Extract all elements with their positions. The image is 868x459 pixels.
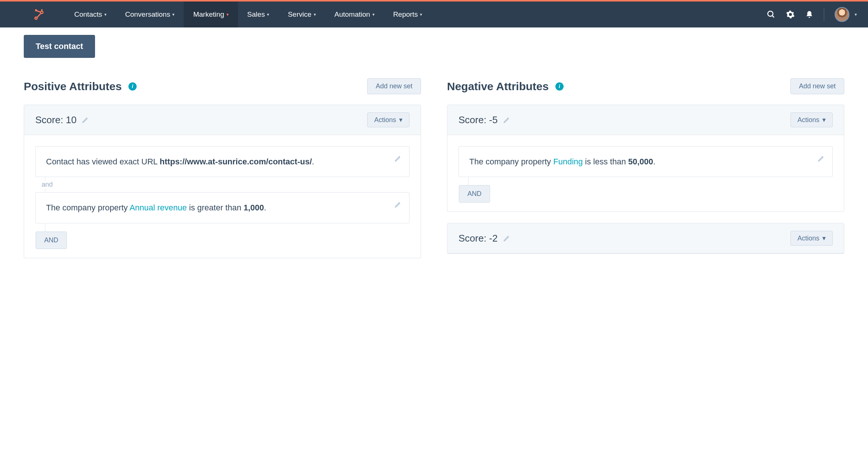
nav-reports[interactable]: Reports ▾ xyxy=(384,1,432,27)
nav-label: Sales xyxy=(247,10,265,19)
svg-point-6 xyxy=(41,12,43,13)
nav-label: Automation xyxy=(335,10,370,19)
nav-label: Contacts xyxy=(74,10,102,19)
caret-down-icon: ▾ xyxy=(822,234,826,242)
rule-box[interactable]: The company property Annual revenue is g… xyxy=(35,192,409,223)
add-new-set-button[interactable]: Add new set xyxy=(790,78,844,94)
chevron-down-icon: ▾ xyxy=(420,12,422,17)
nav-conversations[interactable]: Conversations ▾ xyxy=(116,1,184,27)
card-body: The company property Funding is less tha… xyxy=(447,135,844,212)
nav-contacts[interactable]: Contacts ▾ xyxy=(65,1,116,27)
svg-line-4 xyxy=(37,13,41,17)
pencil-icon[interactable] xyxy=(394,201,402,208)
actions-button[interactable]: Actions ▾ xyxy=(790,112,833,127)
and-wrap: AND xyxy=(45,223,409,249)
score-label: Score: -5 xyxy=(459,114,498,126)
score-card: Score: 10 Actions ▾ Contact has viewed e… xyxy=(24,105,421,258)
pencil-icon[interactable] xyxy=(503,235,510,242)
nav-marketing[interactable]: Marketing ▾ xyxy=(184,1,238,27)
section-header: Negative Attributes i Add new set xyxy=(447,78,844,94)
nav-automation[interactable]: Automation ▾ xyxy=(325,1,384,27)
account-menu[interactable]: ▾ xyxy=(835,7,857,22)
chevron-down-icon: ▾ xyxy=(372,12,375,17)
navbar: Contacts ▾ Conversations ▾ Marketing ▾ S… xyxy=(0,1,868,27)
score-card: Score: -5 Actions ▾ The company property… xyxy=(447,105,844,212)
card-header: Score: 10 Actions ▾ xyxy=(24,105,421,135)
nav-label: Reports xyxy=(393,10,418,19)
actions-button[interactable]: Actions ▾ xyxy=(367,112,409,127)
pencil-icon[interactable] xyxy=(394,155,402,162)
info-icon[interactable]: i xyxy=(555,82,564,91)
positive-column: Positive Attributes i Add new set Score:… xyxy=(24,78,421,269)
section-header: Positive Attributes i Add new set xyxy=(24,78,421,94)
rule-box[interactable]: Contact has viewed exact URL https://www… xyxy=(35,146,409,177)
add-new-set-button[interactable]: Add new set xyxy=(367,78,421,94)
and-button[interactable]: AND xyxy=(36,232,67,249)
svg-line-3 xyxy=(37,11,40,12)
test-contact-button[interactable]: Test contact xyxy=(24,35,95,58)
nav-label: Conversations xyxy=(125,10,170,19)
columns: Positive Attributes i Add new set Score:… xyxy=(24,78,844,269)
section-title: Positive Attributes xyxy=(24,80,122,93)
card-header: Score: -5 Actions ▾ xyxy=(447,105,844,135)
svg-point-7 xyxy=(768,11,773,16)
score-label: Score: -2 xyxy=(459,233,498,244)
rule-text: Contact has viewed exact URL https://www… xyxy=(46,157,314,166)
svg-line-8 xyxy=(772,16,774,17)
rule-text: The company property Annual revenue is g… xyxy=(46,203,266,212)
actions-button[interactable]: Actions ▾ xyxy=(790,231,833,246)
connector-label: and xyxy=(39,181,55,188)
actions-label: Actions xyxy=(797,116,819,124)
score-label: Score: 10 xyxy=(35,114,76,126)
search-icon[interactable] xyxy=(767,10,776,19)
hubspot-logo-icon[interactable] xyxy=(33,8,46,21)
nav-label: Service xyxy=(288,10,311,19)
and-wrap: AND xyxy=(468,177,833,203)
connector: and xyxy=(45,177,409,192)
chevron-down-icon: ▾ xyxy=(267,12,269,17)
chevron-down-icon: ▾ xyxy=(104,12,107,17)
nav-service[interactable]: Service ▾ xyxy=(278,1,325,27)
card-header: Score: -2 Actions ▾ xyxy=(447,223,844,253)
pencil-icon[interactable] xyxy=(82,116,89,124)
actions-label: Actions xyxy=(797,235,819,242)
card-body: Contact has viewed exact URL https://www… xyxy=(24,135,421,258)
svg-point-9 xyxy=(789,13,792,16)
caret-down-icon: ▾ xyxy=(399,116,402,124)
nav-items: Contacts ▾ Conversations ▾ Marketing ▾ S… xyxy=(65,1,431,27)
chevron-down-icon: ▾ xyxy=(172,12,174,17)
nav-label: Marketing xyxy=(193,10,224,19)
nav-right: ▾ xyxy=(767,7,857,22)
chevron-down-icon: ▾ xyxy=(855,12,857,17)
nav-sales[interactable]: Sales ▾ xyxy=(238,1,279,27)
chevron-down-icon: ▾ xyxy=(226,12,229,17)
nav-divider xyxy=(824,8,824,21)
and-button[interactable]: AND xyxy=(459,185,490,203)
content: Test contact Positive Attributes i Add n… xyxy=(0,27,868,284)
avatar xyxy=(835,7,849,22)
info-icon[interactable]: i xyxy=(128,82,137,91)
pencil-icon[interactable] xyxy=(818,155,825,162)
chevron-down-icon: ▾ xyxy=(314,12,316,17)
rule-box[interactable]: The company property Funding is less tha… xyxy=(459,146,833,177)
section-title: Negative Attributes xyxy=(447,80,549,93)
negative-column: Negative Attributes i Add new set Score:… xyxy=(447,78,844,269)
caret-down-icon: ▾ xyxy=(822,116,826,124)
bell-icon[interactable] xyxy=(805,10,813,19)
actions-label: Actions xyxy=(374,116,396,124)
rule-text: The company property Funding is less tha… xyxy=(469,157,655,166)
score-card: Score: -2 Actions ▾ xyxy=(447,223,844,254)
gear-icon[interactable] xyxy=(786,10,795,19)
pencil-icon[interactable] xyxy=(503,116,510,124)
